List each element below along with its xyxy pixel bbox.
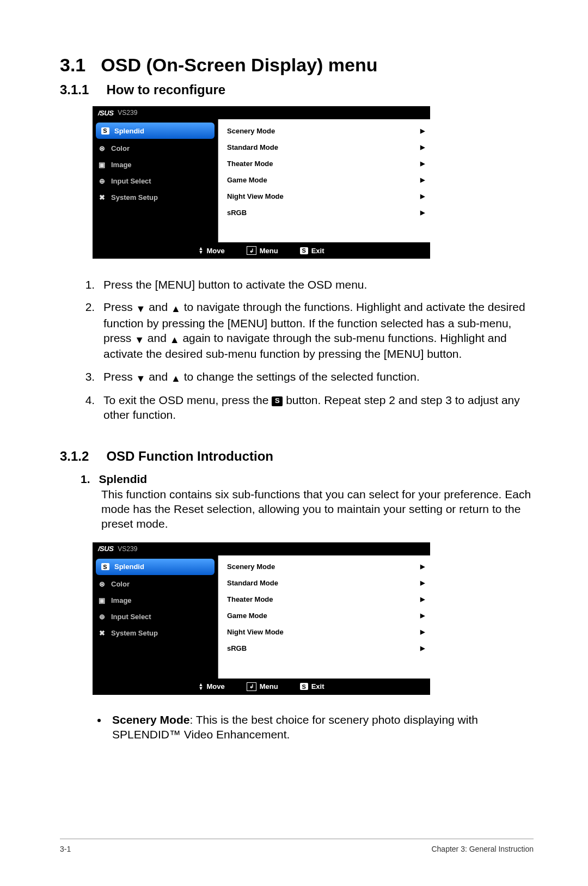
osd-menu-splendid[interactable]: S Splendid xyxy=(96,123,215,139)
bullet-scenery-mode: Scenery Mode: This is the best choice fo… xyxy=(108,712,534,742)
osd-menu-splendid[interactable]: S Splendid xyxy=(96,559,215,575)
osd-menu-label: Image xyxy=(111,596,132,604)
hint-menu: ↲ Menu xyxy=(247,246,278,255)
down-arrow-icon: ▼ xyxy=(136,373,146,384)
step-1: Press the [MENU] button to activate the … xyxy=(98,277,534,292)
osd-menu-color[interactable]: ⊛ Color xyxy=(93,576,218,592)
osd-option-theater[interactable]: Theater Mode▶ xyxy=(227,591,425,608)
s-icon: S xyxy=(100,127,110,135)
osd-option-game[interactable]: Game Mode▶ xyxy=(227,608,425,624)
updown-icon: ▲▼ xyxy=(199,683,204,691)
up-arrow-icon: ▲ xyxy=(171,373,181,384)
osd-header: /SUS VS239 xyxy=(93,106,430,119)
osd-option-night[interactable]: Night View Mode▶ xyxy=(227,188,425,204)
osd-option-night[interactable]: Night View Mode▶ xyxy=(227,624,425,640)
menu-icon: ↲ xyxy=(247,682,256,691)
splendid-number: 1. xyxy=(81,473,90,486)
s-icon: S xyxy=(300,247,308,254)
subsection-1-number: 3.1.1 xyxy=(60,82,89,97)
model-label: VS239 xyxy=(118,545,137,553)
chevron-right-icon: ▶ xyxy=(420,193,425,200)
chevron-right-icon: ▶ xyxy=(420,645,425,652)
osd-option-srgb[interactable]: sRGB▶ xyxy=(227,204,425,221)
color-icon: ⊛ xyxy=(97,144,107,152)
hint-move: ▲▼ Move xyxy=(199,247,225,255)
page-number: 3-1 xyxy=(60,845,71,853)
section-heading: 3.1 OSD (On-Screen Display) menu xyxy=(60,54,534,76)
input-icon: ⊕ xyxy=(97,613,107,621)
splendid-description: This function contains six sub-functions… xyxy=(101,487,534,531)
osd-menu-input-select[interactable]: ⊕ Input Select xyxy=(93,173,218,189)
osd-option-scenery[interactable]: Scenery Mode▶ xyxy=(227,559,425,575)
chevron-right-icon: ▶ xyxy=(420,144,425,151)
chevron-right-icon: ▶ xyxy=(420,628,425,636)
osd-menu-label: Splendid xyxy=(114,127,144,135)
subsection-1-heading: 3.1.1 How to reconfigure xyxy=(60,82,534,97)
step-3: Press ▼ and ▲ to change the settings of … xyxy=(98,369,534,385)
osd-footer-hints: ▲▼ Move ↲ Menu S Exit xyxy=(93,679,430,695)
subsection-2-title: OSD Function Introduction xyxy=(106,449,273,464)
step-2: Press ▼ and ▲ to navigate through the fu… xyxy=(98,300,534,361)
model-label: VS239 xyxy=(118,109,137,117)
hint-move: ▲▼ Move xyxy=(199,682,225,691)
splendid-title: Splendid xyxy=(99,473,148,486)
up-arrow-icon: ▲ xyxy=(170,334,180,345)
osd-menu-system-setup[interactable]: ✖ System Setup xyxy=(93,189,218,205)
subsection-2-heading: 3.1.2 OSD Function Introduction xyxy=(60,449,534,464)
subsection-1-title: How to reconfigure xyxy=(106,82,225,97)
s-icon: S xyxy=(300,683,308,690)
chapter-label: Chapter 3: General Instruction xyxy=(431,845,534,853)
section-number: 3.1 xyxy=(60,54,85,76)
s-button-icon: S xyxy=(272,396,283,406)
steps-list: Press the [MENU] button to activate the … xyxy=(60,277,534,430)
brand-logo: /SUS xyxy=(98,109,113,117)
osd-menu-label: System Setup xyxy=(111,193,158,201)
chevron-right-icon: ▶ xyxy=(420,563,425,570)
osd-menu-label: Input Select xyxy=(111,613,151,621)
osd-menu-label: Color xyxy=(111,580,130,588)
osd-right-menu: Scenery Mode▶ Standard Mode▶ Theater Mod… xyxy=(218,119,430,242)
osd-screenshot-2: /SUS VS239 S Splendid ⊛ Color ▣ Image ⊕ xyxy=(93,542,534,695)
chevron-right-icon: ▶ xyxy=(420,579,425,586)
osd-menu-input-select[interactable]: ⊕ Input Select xyxy=(93,609,218,625)
osd-option-standard[interactable]: Standard Mode▶ xyxy=(227,139,425,155)
osd-right-menu: Scenery Mode▶ Standard Mode▶ Theater Mod… xyxy=(218,555,430,679)
osd-menu-color[interactable]: ⊛ Color xyxy=(93,140,218,156)
down-arrow-icon: ▼ xyxy=(136,303,146,314)
mode-bullets: Scenery Mode: This is the best choice fo… xyxy=(93,712,534,742)
osd-option-standard[interactable]: Standard Mode▶ xyxy=(227,575,425,591)
hint-exit: S Exit xyxy=(300,247,324,255)
osd-menu-label: Input Select xyxy=(111,177,151,185)
osd-left-menu: S Splendid ⊛ Color ▣ Image ⊕ Input Selec… xyxy=(93,555,218,679)
chevron-right-icon: ▶ xyxy=(420,176,425,184)
page-footer: 3-1 Chapter 3: General Instruction xyxy=(60,839,534,853)
osd-menu-image[interactable]: ▣ Image xyxy=(93,592,218,609)
osd-menu-label: Splendid xyxy=(114,563,144,571)
osd-option-srgb[interactable]: sRGB▶ xyxy=(227,640,425,657)
osd-option-theater[interactable]: Theater Mode▶ xyxy=(227,155,425,172)
osd-screenshot-1: /SUS VS239 S Splendid ⊛ Color ▣ Image ⊕ xyxy=(93,106,534,259)
updown-icon: ▲▼ xyxy=(199,247,204,254)
menu-icon: ↲ xyxy=(247,246,256,255)
image-icon: ▣ xyxy=(97,596,107,604)
osd-menu-label: System Setup xyxy=(111,629,158,637)
chevron-right-icon: ▶ xyxy=(420,596,425,603)
input-icon: ⊕ xyxy=(97,177,107,185)
osd-menu-image[interactable]: ▣ Image xyxy=(93,156,218,173)
hint-menu: ↲ Menu xyxy=(247,682,278,691)
bullet-bold: Scenery Mode xyxy=(112,713,189,726)
down-arrow-icon: ▼ xyxy=(134,334,144,345)
hint-exit: S Exit xyxy=(300,682,324,691)
osd-option-game[interactable]: Game Mode▶ xyxy=(227,172,425,188)
osd-option-scenery[interactable]: Scenery Mode▶ xyxy=(227,123,425,139)
color-icon: ⊛ xyxy=(97,580,107,588)
subsection-2-number: 3.1.2 xyxy=(60,449,89,464)
osd-menu-label: Color xyxy=(111,144,130,152)
chevron-right-icon: ▶ xyxy=(420,612,425,619)
chevron-right-icon: ▶ xyxy=(420,160,425,167)
osd-footer-hints: ▲▼ Move ↲ Menu S Exit xyxy=(93,242,430,259)
setup-icon: ✖ xyxy=(97,193,107,201)
splendid-heading: 1. Splendid xyxy=(81,473,534,486)
section-title-text: OSD (On-Screen Display) menu xyxy=(101,54,377,76)
osd-menu-system-setup[interactable]: ✖ System Setup xyxy=(93,625,218,641)
